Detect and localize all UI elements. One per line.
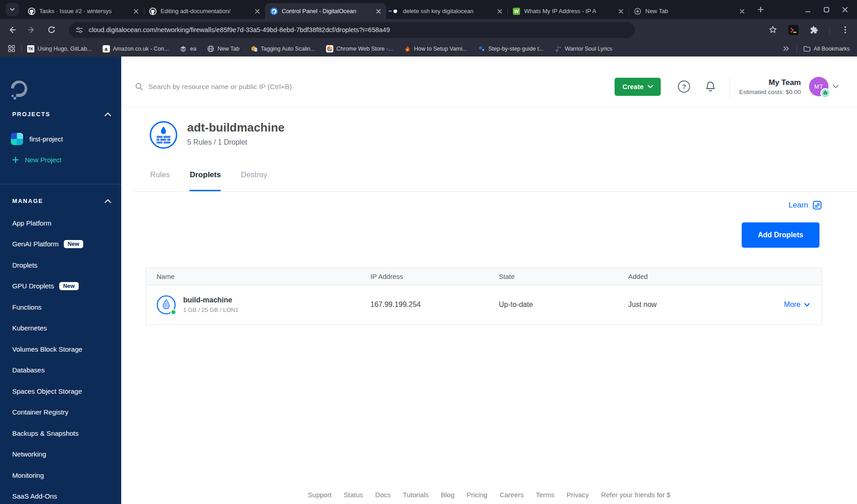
learn-link[interactable]: Learn: [789, 200, 822, 210]
tab-close-button[interactable]: [617, 7, 625, 15]
droplet-name[interactable]: build-machine: [183, 296, 238, 304]
sidebar-item-gpu-droplets[interactable]: GPU DropletsNew: [0, 276, 121, 297]
page-subtitle: 5 Rules / 1 Droplet: [187, 138, 284, 146]
footer-link-pricing[interactable]: Pricing: [467, 491, 488, 499]
sidebar-item-backups-snapshots[interactable]: Backups & Snapshots: [0, 423, 121, 444]
page-tabs: Rules Droplets Destroy: [150, 170, 267, 192]
footer-link-blog[interactable]: Blog: [441, 491, 455, 499]
sidebar-item-genai-platform[interactable]: GenAI PlatformNew: [0, 234, 121, 255]
url-text[interactable]: cloud.digitalocean.com/networking/firewa…: [89, 26, 390, 33]
search-input[interactable]: [147, 82, 437, 91]
reload-button[interactable]: [47, 25, 56, 34]
tab-close-button[interactable]: [496, 7, 504, 15]
create-label: Create: [622, 83, 644, 90]
add-droplets-button[interactable]: Add Droplets: [742, 222, 819, 248]
sidebar-item-databases[interactable]: Databases: [0, 360, 121, 381]
new-project-button[interactable]: New Project: [12, 156, 62, 164]
account-avatar[interactable]: MT: [809, 77, 829, 96]
sidebar-item-label: Monitoring: [12, 471, 44, 479]
tab-google-search[interactable]: delete ssh key digitalocean: [386, 3, 507, 19]
tab-close-button[interactable]: [374, 7, 383, 15]
sidebar-item-first-project[interactable]: first-project: [11, 133, 63, 145]
footer-link-careers[interactable]: Careers: [500, 491, 524, 499]
chevron-up-icon[interactable]: [104, 112, 111, 117]
do-sidebar: PROJECTS first-project New Project MANAG…: [0, 57, 121, 504]
tab-title: Whats My IP Address - IP A: [524, 8, 614, 14]
help-button[interactable]: [678, 80, 690, 93]
tab-title: delete ssh key digitalocean: [403, 8, 493, 14]
resource-search[interactable]: [135, 82, 615, 91]
footer-link-support[interactable]: Support: [308, 491, 332, 499]
amazon-favicon: a: [103, 45, 110, 52]
sidebar-item-kubernetes[interactable]: Kubernetes: [0, 318, 121, 339]
create-button[interactable]: Create: [615, 78, 661, 96]
sidebar-item-app-platform[interactable]: App Platform: [0, 212, 121, 234]
sidebar-divider: [0, 184, 121, 184]
chevron-up-icon[interactable]: [104, 199, 111, 203]
sidebar-item-functions[interactable]: Functions: [0, 297, 121, 318]
bookmark-setup-varnish[interactable]: How to Setup Varni...: [404, 45, 467, 52]
apps-grid-icon[interactable]: [7, 44, 16, 53]
minimize-button[interactable]: [805, 6, 811, 13]
sidebar-item-container-registry[interactable]: Container Registry: [0, 402, 121, 423]
bookmark-hugo-gitlab[interactable]: TK Using Hugo, GitLab...: [27, 45, 92, 52]
browser-menu-kebab-icon[interactable]: [841, 25, 850, 34]
sidebar-manage-header[interactable]: MANAGE: [12, 198, 111, 204]
bookmark-ea[interactable]: ea: [180, 45, 196, 52]
bookmark-star-icon[interactable]: [768, 25, 777, 34]
bookmark-new-tab[interactable]: New Tab: [207, 45, 239, 52]
droplet-added: Just now: [618, 301, 726, 309]
close-window-button[interactable]: [842, 6, 848, 13]
sidebar-item-volumes-block-storage[interactable]: Volumes Block Storage: [0, 339, 121, 360]
extensions-puzzle-icon[interactable]: [810, 25, 819, 34]
tab-droplets[interactable]: Droplets: [189, 170, 221, 192]
tab-whatsmyipaddress[interactable]: W Whats My IP Address - IP A: [507, 3, 629, 19]
footer-link-docs[interactable]: Docs: [375, 491, 391, 499]
sidebar-item-networking[interactable]: Networking: [0, 444, 121, 465]
bookmarks-overflow-chevrons-icon[interactable]: [782, 45, 790, 52]
footer-link-tutorials[interactable]: Tutorials: [403, 491, 429, 499]
bookmark-warrior-soul-lyrics[interactable]: Warrior Soul Lyrics: [554, 45, 612, 52]
footer-link-privacy[interactable]: Privacy: [567, 491, 589, 499]
notifications-bell-icon[interactable]: [705, 81, 716, 93]
all-bookmarks-button[interactable]: All Bookmarks: [803, 45, 850, 53]
footer-link-terms[interactable]: Terms: [536, 491, 554, 499]
tab-search-chevron-button[interactable]: [5, 3, 19, 16]
sidebar-item-label: Container Registry: [12, 408, 68, 416]
sidebar-item-label: GenAI Platform: [12, 240, 59, 248]
tab-github-tasks[interactable]: Tasks · Issue #2 · wintersys: [23, 3, 144, 19]
bookmark-chrome-web-store[interactable]: Chrome Web Store -...: [326, 45, 393, 52]
sidebar-item-label: App Platform: [12, 219, 52, 227]
tab-close-button[interactable]: [738, 7, 746, 15]
tab-destroy[interactable]: Destroy: [241, 170, 267, 192]
new-tab-button[interactable]: [754, 3, 767, 16]
chevron-down-icon: [9, 7, 15, 12]
bookmark-amazon[interactable]: a Amazon.co.uk - Con...: [103, 45, 169, 52]
tab-close-button[interactable]: [132, 7, 140, 15]
sidebar-item-droplets[interactable]: Droplets: [0, 254, 121, 276]
footer-link-status[interactable]: Status: [344, 491, 363, 499]
bookmark-tagging-autoscaling[interactable]: Tagging Auto Scalin...: [251, 45, 315, 52]
tab-github-editing[interactable]: Editing adt-documentation/: [144, 3, 265, 19]
back-button[interactable]: [7, 25, 16, 34]
tab-close-button[interactable]: [253, 7, 261, 15]
tab-rules[interactable]: Rules: [150, 170, 170, 192]
bookmark-step-by-step-guide[interactable]: Step-by-step guide t...: [478, 45, 544, 52]
sidebar-item-spaces-object-storage[interactable]: Spaces Object Storage: [0, 381, 121, 402]
footer-link-refer[interactable]: Refer your friends for $: [601, 491, 670, 499]
sidebar-projects-header[interactable]: PROJECTS: [12, 111, 111, 118]
sidebar-item-saas-addons[interactable]: SaaS Add-Ons: [0, 486, 121, 504]
sidebar-item-monitoring[interactable]: Monitoring: [0, 465, 121, 486]
team-block[interactable]: My Team Estimated costs: $0.00: [730, 78, 809, 95]
tab-new-tab[interactable]: New Tab: [629, 3, 750, 19]
site-settings-icon[interactable]: [75, 26, 84, 34]
footer-links: Support Status Docs Tutorials Blog Prici…: [121, 491, 857, 499]
more-menu-button[interactable]: More: [726, 301, 822, 309]
tab-digitalocean-control-panel[interactable]: Control Panel - DigitalOcean: [265, 3, 386, 19]
maximize-button[interactable]: [823, 6, 829, 13]
bookmark-label: Warrior Soul Lyrics: [565, 46, 612, 52]
terminal-extension-icon[interactable]: [788, 25, 799, 35]
address-bar[interactable]: cloud.digitalocean.com/networking/firewa…: [69, 22, 635, 38]
account-menu-chevron-icon[interactable]: [833, 85, 839, 89]
forward-button[interactable]: [27, 25, 36, 34]
